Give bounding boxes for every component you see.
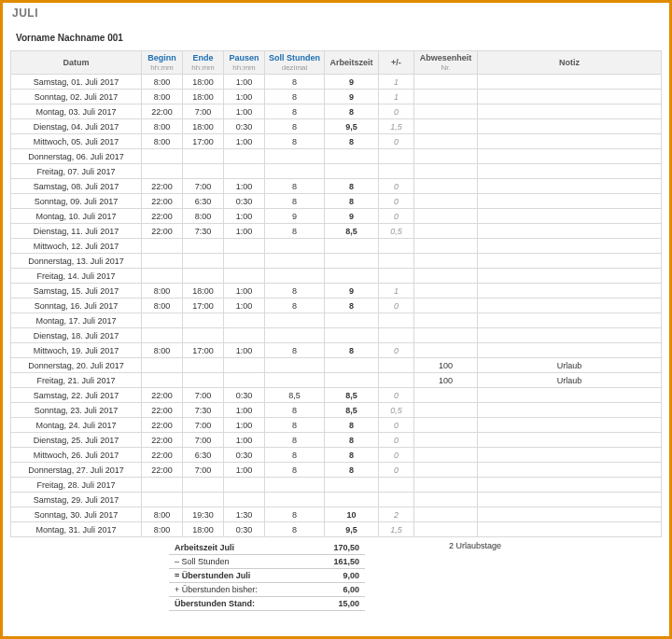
table-cell: Sonntag, 16. Juli 2017 (11, 299, 142, 313)
table-cell: Sonntag, 30. Juli 2017 (11, 507, 142, 522)
table-cell (142, 239, 183, 254)
table-cell: 1:00 (224, 104, 265, 119)
summary-bisher-label: + Überstunden bisher: (169, 583, 318, 597)
table-cell (224, 149, 265, 164)
table-cell (414, 493, 478, 507)
col-notiz: Notiz (478, 51, 662, 75)
table-cell (379, 254, 414, 269)
table-cell: 22:00 (142, 403, 183, 418)
col-soll: Soll Stundendezimal (265, 51, 325, 75)
table-cell (379, 149, 414, 164)
table-cell: 22:00 (142, 104, 183, 119)
table-cell (183, 149, 224, 164)
table-cell (478, 194, 662, 209)
table-cell (478, 299, 662, 313)
table-cell: 8:00 (142, 284, 183, 299)
table-cell: 18:00 (183, 75, 224, 90)
employee-header: Vorname Nachname 001 (16, 33, 662, 43)
table-cell: 0 (379, 104, 414, 119)
table-cell (379, 313, 414, 328)
table-cell: 7:00 (183, 433, 224, 448)
summary-arbeitszeit-value: 170,50 (318, 541, 365, 555)
table-cell: 8 (325, 433, 379, 448)
table-cell (478, 164, 662, 179)
header-row: Datum Beginnhh:mm Endehh:mm Pausenhh:mm … (11, 51, 662, 75)
table-row: Freitag, 14. Juli 2017 (11, 269, 662, 284)
table-cell (183, 164, 224, 179)
table-cell (142, 269, 183, 284)
table-cell: 100 (414, 358, 478, 373)
table-cell (265, 478, 325, 493)
table-cell (414, 269, 478, 284)
table-cell (414, 224, 478, 239)
table-cell (414, 403, 478, 418)
table-cell (414, 209, 478, 224)
summary-bisher-value: 6,00 (318, 583, 365, 597)
table-cell (379, 478, 414, 493)
table-cell: 8:00 (183, 209, 224, 224)
table-cell: Mittwoch, 19. Juli 2017 (11, 343, 142, 358)
table-cell (379, 358, 414, 373)
table-cell: 8 (265, 433, 325, 448)
table-cell (183, 313, 224, 328)
table-cell (478, 119, 662, 134)
table-cell (414, 239, 478, 254)
table-cell: Donnerstag, 27. Juli 2017 (11, 463, 142, 478)
table-cell: 0 (379, 448, 414, 463)
table-row: Samstag, 01. Juli 20178:0018:001:00891 (11, 75, 662, 90)
table-cell (325, 269, 379, 284)
table-cell (183, 269, 224, 284)
table-cell (414, 418, 478, 433)
table-cell (224, 373, 265, 388)
table-cell (325, 164, 379, 179)
table-cell: 1:00 (224, 343, 265, 358)
table-cell: 0 (379, 343, 414, 358)
table-cell: 22:00 (142, 224, 183, 239)
table-cell: 7:00 (183, 418, 224, 433)
table-cell (142, 493, 183, 507)
table-cell: 0 (379, 299, 414, 313)
table-cell (183, 493, 224, 507)
table-cell: Montag, 10. Juli 2017 (11, 209, 142, 224)
timesheet-frame: JULI Vorname Nachname 001 Datum Beginnhh… (0, 0, 672, 639)
table-cell: 0:30 (224, 448, 265, 463)
table-cell (414, 507, 478, 522)
table-cell (325, 328, 379, 343)
table-cell (478, 403, 662, 418)
table-cell: 0 (379, 433, 414, 448)
table-cell (414, 463, 478, 478)
table-row: Sonntag, 02. Juli 20178:0018:001:00891 (11, 90, 662, 104)
table-cell (265, 358, 325, 373)
table-row: Donnerstag, 20. Juli 2017100Urlaub (11, 358, 662, 373)
table-cell: 1 (379, 90, 414, 104)
table-row: Sonntag, 23. Juli 201722:007:301:0088,50… (11, 403, 662, 418)
table-cell: 1:00 (224, 75, 265, 90)
table-cell: 6:30 (183, 448, 224, 463)
table-cell (379, 373, 414, 388)
table-cell (265, 254, 325, 269)
table-row: Mittwoch, 05. Juli 20178:0017:001:00880 (11, 134, 662, 149)
table-row: Donnerstag, 13. Juli 2017 (11, 254, 662, 269)
table-cell: 2 (379, 507, 414, 522)
table-cell: Freitag, 07. Juli 2017 (11, 164, 142, 179)
table-cell (478, 284, 662, 299)
table-cell: Urlaub (478, 358, 662, 373)
table-cell (265, 373, 325, 388)
table-cell: Dienstag, 18. Juli 2017 (11, 328, 142, 343)
table-cell: 8 (325, 104, 379, 119)
table-cell: 9,5 (325, 522, 379, 537)
table-cell (478, 149, 662, 164)
table-row: Donnerstag, 27. Juli 201722:007:001:0088… (11, 463, 662, 478)
table-cell (414, 75, 478, 90)
table-cell (224, 313, 265, 328)
table-cell (224, 328, 265, 343)
table-cell: 8 (325, 194, 379, 209)
table-cell: Montag, 31. Juli 2017 (11, 522, 142, 537)
table-cell: Urlaub (478, 373, 662, 388)
table-cell: 8 (265, 343, 325, 358)
table-cell (142, 478, 183, 493)
table-cell: 8 (265, 104, 325, 119)
table-cell: 1:00 (224, 284, 265, 299)
table-cell: 0 (379, 388, 414, 403)
table-cell (224, 269, 265, 284)
